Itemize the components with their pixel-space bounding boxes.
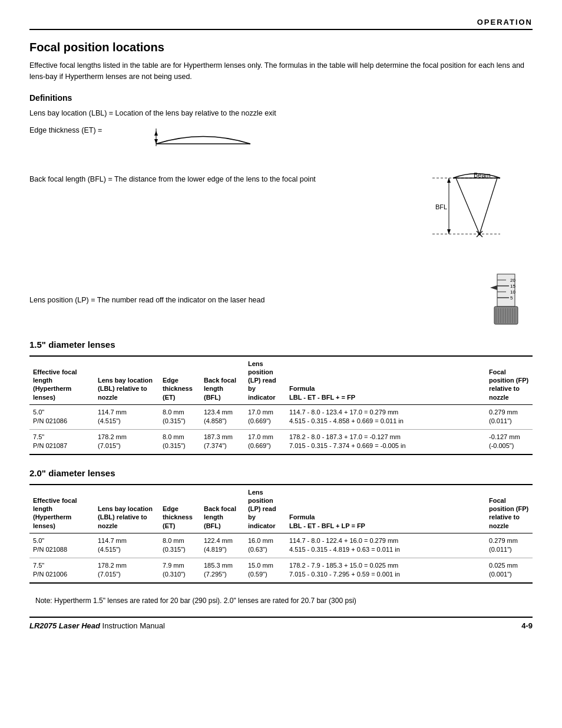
cell-bfl: 122.4 mm(4.819") <box>200 533 244 558</box>
cell-lp: 17.0 mm(0.669") <box>244 429 286 454</box>
section-1-title: 1.5" diameter lenses <box>29 340 533 350</box>
cell-bfl: 187.3 mm(7.374") <box>200 429 244 454</box>
cell-et: 8.0 mm(0.315") <box>159 429 200 454</box>
cell-bfl: 185.3 mm(7.295") <box>200 558 244 582</box>
table-header-row-1: Effective focal length (Hypertherm lense… <box>29 356 533 405</box>
cell-formula: 114.7 - 8.0 - 122.4 + 16.0 = 0.279 mm4.5… <box>286 533 485 558</box>
th-formula-2: Formula LBL - ET - BFL + LP = FP <box>286 485 485 533</box>
cell-fp: -0.127 mm(-0.005") <box>485 429 533 454</box>
section-2-title: 2.0" diameter lenses <box>29 468 533 478</box>
svg-marker-10 <box>447 178 451 183</box>
th-lbl-1: Lens bay location (LBL) relative to nozz… <box>94 356 159 405</box>
cell-formula: 178.2 - 7.9 - 185.3 + 15.0 = 0.025 mm7.0… <box>286 558 485 582</box>
table-row: 7.5"P/N 021006 178.2 mm(7.015") 7.9 mm(0… <box>29 558 533 582</box>
cell-efl: 7.5"P/N 021006 <box>29 558 94 582</box>
bfl-section: Back focal length (BFL) = The distance f… <box>29 169 533 265</box>
svg-marker-11 <box>447 229 451 234</box>
cell-efl: 5.0"P/N 021088 <box>29 533 94 558</box>
bfl-diagram: Beam BFL <box>403 169 533 265</box>
cell-efl: 5.0"P/N 021086 <box>29 404 94 429</box>
svg-text:15: 15 <box>510 284 515 289</box>
th-efl-2: Effective focal length (Hypertherm lense… <box>29 485 94 533</box>
th-fp-1: Focal position (FP) relative to nozzle <box>485 356 533 405</box>
cell-lbl: 114.7 mm(4.515") <box>94 533 159 558</box>
th-lp-1: Lens position (LP) read by indicator <box>244 356 286 405</box>
table-row: 7.5"P/N 021087 178.2 mm(7.015") 8.0 mm(0… <box>29 429 533 454</box>
page: OPERATION Focal position locations Effec… <box>0 0 562 728</box>
svg-rect-28 <box>494 307 518 324</box>
note-block: Note: Hypertherm 1.5" lenses are rated f… <box>29 597 533 605</box>
intro-text: Effective focal lengths listed in the ta… <box>29 60 533 83</box>
svg-marker-1 <box>154 131 158 136</box>
table-1-5-inch: Effective focal length (Hypertherm lense… <box>29 355 533 455</box>
svg-line-7 <box>480 178 497 234</box>
footer-page-number: 4-9 <box>521 621 533 630</box>
cell-formula: 114.7 - 8.0 - 123.4 + 17.0 = 0.279 mm4.5… <box>286 404 485 429</box>
cell-lbl: 178.2 mm(7.015") <box>94 429 159 454</box>
cell-lp: 15.0 mm(0.59") <box>244 558 286 582</box>
lp-section: Lens position (LP) = The number read off… <box>29 271 533 329</box>
lbl-definition: Lens bay location (LBL) = Location of th… <box>29 107 533 119</box>
svg-line-6 <box>456 178 480 234</box>
svg-text:20: 20 <box>510 278 515 283</box>
th-fp-2: Focal position (FP) relative to nozzle <box>485 485 533 533</box>
cell-lbl: 114.7 mm(4.515") <box>94 404 159 429</box>
table-header-row-2: Effective focal length (Hypertherm lense… <box>29 485 533 533</box>
cell-fp: 0.025 mm(0.001") <box>485 558 533 582</box>
footer-bar: LR2075 Laser Head Instruction Manual 4-9 <box>29 617 533 630</box>
svg-text:BFL: BFL <box>435 203 447 210</box>
cell-lbl: 178.2 mm(7.015") <box>94 558 159 582</box>
th-formula-1: Formula LBL - ET - BFL + = FP <box>286 356 485 405</box>
footer-brand: LR2075 Laser Head <box>29 621 100 630</box>
header-title: OPERATION <box>477 18 533 27</box>
cell-et: 7.9 mm(0.310") <box>159 558 200 582</box>
th-bfl-2: Back focal length (BFL) <box>200 485 244 533</box>
et-definition-row: Edge thickness (ET) = <box>29 126 533 163</box>
svg-text:10: 10 <box>510 289 515 295</box>
lp-indicator-diagram: 20 15 10 5 <box>480 271 533 329</box>
cell-fp: 0.279 mm(0.011") <box>485 404 533 429</box>
bfl-text: Back focal length (BFL) = The distance f… <box>29 169 391 183</box>
et-diagram <box>150 126 256 163</box>
svg-marker-27 <box>490 285 497 290</box>
cell-fp: 0.279 mm(0.011") <box>485 533 533 558</box>
cell-formula: 178.2 - 8.0 - 187.3 + 17.0 = -0.127 mm7.… <box>286 429 485 454</box>
th-bfl-1: Back focal length (BFL) <box>200 356 244 405</box>
table-2-0-inch: Effective focal length (Hypertherm lense… <box>29 484 533 584</box>
lp-text: Lens position (LP) = The number read off… <box>29 296 468 304</box>
table-row: 5.0"P/N 021086 114.7 mm(4.515") 8.0 mm(0… <box>29 404 533 429</box>
th-lbl-2: Lens bay location (LBL) relative to nozz… <box>94 485 159 533</box>
definitions-title: Definitions <box>29 93 533 103</box>
table-row: 5.0"P/N 021088 114.7 mm(4.515") 8.0 mm(0… <box>29 533 533 558</box>
page-title: Focal position locations <box>29 41 533 54</box>
cell-efl: 7.5"P/N 021087 <box>29 429 94 454</box>
header-bar: OPERATION <box>29 18 533 30</box>
th-efl-1: Effective focal length (Hypertherm lense… <box>29 356 94 405</box>
footer-manual: Instruction Manual <box>100 621 165 630</box>
cell-lp: 17.0 mm(0.669") <box>244 404 286 429</box>
footer-left: LR2075 Laser Head Instruction Manual <box>29 621 165 630</box>
cell-et: 8.0 mm(0.315") <box>159 404 200 429</box>
th-lp-2: Lens position (LP) read by indicator <box>244 485 286 533</box>
cell-et: 8.0 mm(0.315") <box>159 533 200 558</box>
cell-bfl: 123.4 mm(4.858") <box>200 404 244 429</box>
th-et-2: Edge thickness (ET) <box>159 485 200 533</box>
th-et-1: Edge thickness (ET) <box>159 356 200 405</box>
cell-lp: 16.0 mm(0.63") <box>244 533 286 558</box>
svg-text:5: 5 <box>510 295 513 301</box>
